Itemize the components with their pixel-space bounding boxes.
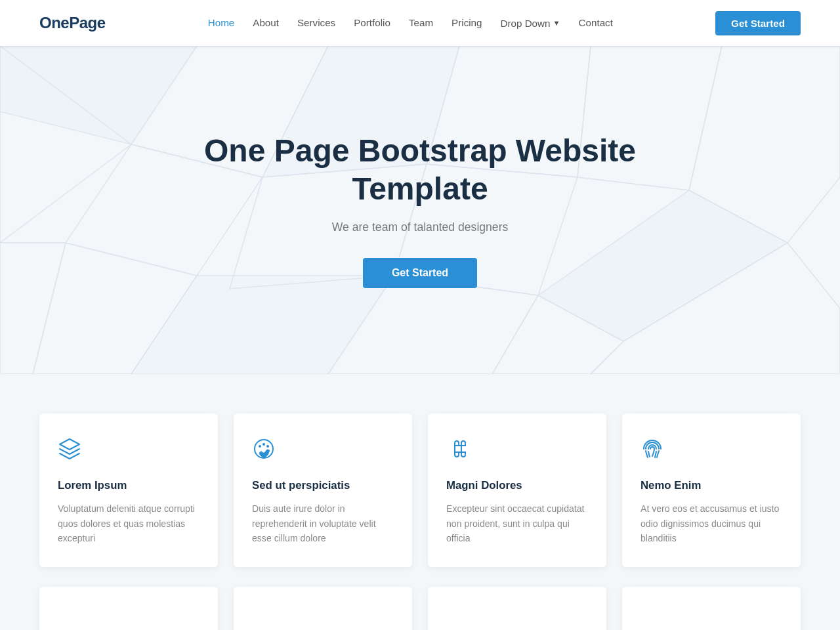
card-1-title: Lorem Ipsum bbox=[58, 479, 200, 492]
hero-section: One Page Bootstrap Website Template We a… bbox=[0, 46, 840, 374]
nav-cta-button[interactable]: Get Started bbox=[715, 11, 801, 35]
nav-link-contact[interactable]: Contact bbox=[579, 17, 613, 28]
hero-title: One Page Bootstrap Website Template bbox=[190, 132, 650, 207]
card-3-text: Excepteur sint occaecat cupidatat non pr… bbox=[446, 501, 588, 546]
palette-icon bbox=[252, 437, 394, 466]
nav-item-team[interactable]: Team bbox=[409, 17, 433, 29]
bottom-card-3 bbox=[428, 587, 606, 630]
fingerprint-icon bbox=[640, 437, 782, 466]
card-2-title: Sed ut perspiciatis bbox=[252, 479, 394, 492]
svg-point-22 bbox=[259, 445, 261, 448]
card-sed-ut: Sed ut perspiciatis Duis aute irure dolo… bbox=[234, 413, 412, 567]
bottom-card-1 bbox=[39, 587, 218, 630]
navbar: OnePage Home About Services Portfolio Te… bbox=[0, 0, 840, 46]
svg-point-23 bbox=[262, 443, 265, 446]
nav-link-services[interactable]: Services bbox=[297, 17, 335, 28]
nav-item-about[interactable]: About bbox=[253, 17, 279, 29]
command-icon bbox=[446, 437, 588, 466]
cards-grid-bottom bbox=[39, 587, 801, 630]
nav-item-dropdown[interactable]: Drop Down ▼ bbox=[501, 18, 560, 29]
nav-link-team[interactable]: Team bbox=[409, 17, 433, 28]
nav-links: Home About Services Portfolio Team Prici… bbox=[208, 17, 613, 29]
nav-link-pricing[interactable]: Pricing bbox=[452, 17, 482, 28]
chevron-down-icon: ▼ bbox=[553, 19, 560, 27]
cards-section: Lorem Ipsum Voluptatum deleniti atque co… bbox=[0, 374, 840, 587]
nav-link-dropdown[interactable]: Drop Down ▼ bbox=[501, 18, 560, 29]
nav-item-portfolio[interactable]: Portfolio bbox=[354, 17, 390, 29]
cards-section-bottom bbox=[0, 587, 840, 630]
card-lorem-ipsum: Lorem Ipsum Voluptatum deleniti atque co… bbox=[39, 413, 218, 567]
svg-marker-17 bbox=[0, 46, 197, 144]
card-magni: Magni Dolores Excepteur sint occaecat cu… bbox=[428, 413, 606, 567]
brand-logo[interactable]: OnePage bbox=[39, 14, 106, 32]
nav-link-home[interactable]: Home bbox=[208, 17, 235, 28]
hero-cta-button[interactable]: Get Started bbox=[363, 258, 477, 288]
nav-item-contact[interactable]: Contact bbox=[579, 17, 613, 29]
cards-grid: Lorem Ipsum Voluptatum deleniti atque co… bbox=[39, 413, 801, 567]
svg-marker-11 bbox=[0, 243, 66, 374]
bottom-card-2 bbox=[234, 587, 412, 630]
nav-link-about[interactable]: About bbox=[253, 17, 279, 28]
nav-link-portfolio[interactable]: Portfolio bbox=[354, 17, 390, 28]
svg-point-24 bbox=[266, 445, 269, 448]
card-4-title: Nemo Enim bbox=[640, 479, 782, 492]
card-2-text: Duis aute irure dolor in reprehenderit i… bbox=[252, 501, 394, 546]
layers-icon bbox=[58, 437, 200, 466]
card-nemo: Nemo Enim At vero eos et accusamus et iu… bbox=[622, 413, 801, 567]
nav-item-services[interactable]: Services bbox=[297, 17, 335, 29]
bottom-card-4 bbox=[622, 587, 801, 630]
card-1-text: Voluptatum deleniti atque corrupti quos … bbox=[58, 501, 200, 546]
hero-content: One Page Bootstrap Website Template We a… bbox=[177, 79, 663, 341]
card-4-text: At vero eos et accusamus et iusto odio d… bbox=[640, 501, 782, 546]
nav-item-pricing[interactable]: Pricing bbox=[452, 17, 482, 29]
svg-rect-26 bbox=[455, 446, 461, 452]
card-3-title: Magni Dolores bbox=[446, 479, 588, 492]
nav-item-home[interactable]: Home bbox=[208, 17, 235, 29]
hero-subtitle: We are team of talanted designers bbox=[190, 220, 650, 234]
